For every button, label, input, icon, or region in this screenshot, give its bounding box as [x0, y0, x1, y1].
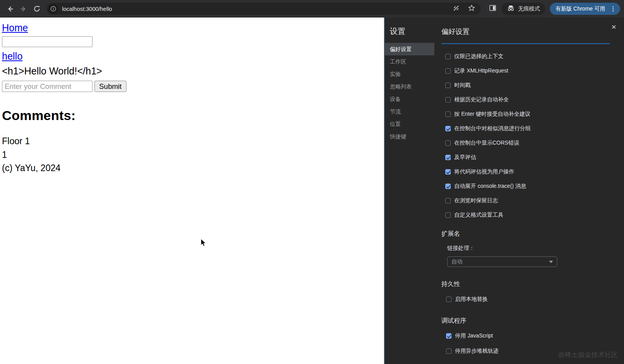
sidebar-item-preferences[interactable]: 偏好设置	[385, 43, 434, 55]
comment-line: (c) YaYu, 2024	[2, 161, 384, 175]
browser-toolbar: localhost:3000/hello 无痕模式 有新版 Chrome 可用 …	[0, 0, 624, 18]
incognito-badge: 无痕模式	[501, 3, 545, 15]
pref-row[interactable]: 仅限已选择的上下文	[445, 52, 610, 61]
pref-row[interactable]: 时间戳	[445, 81, 610, 90]
update-chip-label: 有新版 Chrome 可用	[555, 5, 605, 12]
checkbox[interactable]	[445, 111, 451, 117]
pref-row[interactable]: 在控制台中显示CORS错误	[445, 139, 610, 147]
sidebar-item-experiments[interactable]: 实验	[385, 68, 434, 80]
pref-row[interactable]: 停用 JavaScript	[446, 332, 610, 340]
back-icon[interactable]	[5, 4, 16, 14]
checkbox-label: 时间戳	[454, 82, 471, 89]
incognito-icon	[507, 5, 515, 13]
comment-line: Floor 1	[2, 134, 384, 148]
checkbox[interactable]	[445, 68, 451, 74]
checkbox-label: 在控制台中对相似消息进行分组	[454, 125, 531, 132]
pref-row[interactable]: 在浏览时保留日志	[445, 196, 610, 205]
settings-title: 设置	[385, 26, 434, 43]
raw-html-text: <h1>Hello World!</h1>	[2, 65, 384, 77]
checkbox-label: 停用 JavaScript	[455, 332, 493, 339]
side-panel-icon[interactable]	[489, 4, 497, 14]
checkbox[interactable]	[445, 155, 451, 160]
checkbox-label: 记录 XMLHttpRequest	[454, 67, 508, 74]
settings-sidebar: 设置 偏好设置 工作区 实验 忽略列表 设备 节流 位置 快捷键	[385, 18, 434, 364]
checkbox-label: 按 Enter 键时接受自动补全建议	[454, 111, 530, 118]
checkbox-label: 启用本地替换	[455, 296, 488, 303]
comments-heading: Comments:	[2, 108, 384, 123]
checkbox-label: 在浏览时保留日志	[454, 197, 498, 204]
pref-row[interactable]: 记录 XMLHttpRequest	[445, 67, 610, 75]
hello-link[interactable]: hello	[2, 51, 23, 62]
devtools-settings-panel: × 设置 偏好设置 工作区 实验 忽略列表 设备 节流 位置 快捷键 偏好设置 …	[384, 18, 624, 364]
forward-icon[interactable]	[18, 4, 29, 14]
site-info-icon[interactable]	[48, 4, 58, 14]
pref-row[interactable]: 根据历史记录自动补全	[445, 95, 610, 104]
checkbox-label: 根据历史记录自动补全	[454, 96, 509, 103]
checkbox[interactable]	[445, 83, 451, 88]
link-handling-value: 自动	[452, 258, 462, 265]
preferences-panel: 偏好设置 仅限已选择的上下文 记录 XMLHttpRequest 时间戳 根据历…	[434, 18, 624, 364]
sidebar-item-locations[interactable]: 位置	[385, 118, 434, 130]
checkbox[interactable]	[446, 297, 452, 302]
checkbox-label: 自动展开 console.trace() 消息	[454, 183, 526, 190]
sidebar-item-ignore-list[interactable]: 忽略列表	[385, 80, 434, 93]
top-text-input[interactable]	[2, 36, 92, 47]
pref-row[interactable]: 自动展开 console.trace() 消息	[445, 182, 610, 191]
checkbox-label: 自定义格式设置工具	[454, 212, 503, 219]
checkbox-label: 停用异步堆栈轨迹	[455, 348, 499, 355]
pref-row[interactable]: 在控制台中对相似消息进行分组	[445, 124, 610, 133]
pref-row[interactable]: 及早评估	[445, 153, 610, 162]
pref-row[interactable]: 按 Enter 键时接受自动补全建议	[445, 110, 610, 118]
checkbox[interactable]	[445, 140, 451, 146]
pref-row[interactable]: 启用本地替换	[446, 295, 610, 304]
section-extensions: 扩展名	[441, 230, 610, 238]
section-debugger: 调试程序	[441, 317, 610, 325]
scripts-blocked-icon[interactable]	[452, 4, 460, 14]
sidebar-item-devices[interactable]: 设备	[385, 93, 434, 105]
sidebar-item-shortcuts[interactable]: 快捷键	[385, 130, 434, 143]
checkbox[interactable]	[445, 198, 451, 203]
bookmark-star-icon[interactable]	[468, 4, 475, 13]
checkbox[interactable]	[446, 348, 452, 354]
preferences-checkbox-list: 仅限已选择的上下文 记录 XMLHttpRequest 时间戳 根据历史记录自动…	[441, 52, 610, 219]
checkbox[interactable]	[445, 212, 451, 218]
checkbox[interactable]	[445, 54, 451, 59]
chrome-update-chip[interactable]: 有新版 Chrome 可用 ⋮	[550, 3, 620, 15]
checkbox[interactable]	[445, 169, 451, 175]
pref-row[interactable]: 自定义格式设置工具	[445, 211, 610, 219]
comment-line: 1	[2, 148, 384, 162]
checkbox[interactable]	[445, 184, 451, 189]
web-page: Home hello <h1>Hello World!</h1> Submit …	[0, 18, 384, 364]
mouse-cursor	[201, 239, 207, 249]
link-handling-select[interactable]: 自动	[447, 256, 557, 267]
sidebar-item-throttling[interactable]: 节流	[385, 105, 434, 118]
preferences-title: 偏好设置	[441, 27, 610, 44]
section-persistence: 持久性	[441, 280, 610, 288]
checkbox[interactable]	[445, 97, 451, 102]
url-text: localhost:3000/hello	[62, 6, 452, 12]
checkbox[interactable]	[446, 333, 452, 339]
checkbox-label: 在控制台中显示CORS错误	[454, 140, 519, 147]
checkbox-label: 将代码评估视为用户操作	[454, 168, 514, 175]
chevron-down-icon	[549, 261, 553, 263]
checkbox-label: 仅限已选择的上下文	[454, 53, 503, 60]
reload-icon[interactable]	[31, 4, 42, 14]
submit-button[interactable]: Submit	[94, 81, 126, 92]
pref-row[interactable]: 将代码评估视为用户操作	[445, 168, 610, 176]
comment-input[interactable]	[2, 81, 92, 92]
sidebar-item-workspace[interactable]: 工作区	[385, 55, 434, 68]
browser-menu-icon[interactable]: ⋮	[610, 5, 616, 12]
checkbox-label: 及早评估	[454, 154, 476, 161]
address-bar[interactable]: localhost:3000/hello	[47, 3, 481, 15]
watermark-text: @稀土掘金技术社区	[558, 350, 618, 359]
link-handling-label: 链接处理：	[447, 245, 610, 252]
incognito-label: 无痕模式	[518, 5, 540, 12]
checkbox[interactable]	[445, 126, 451, 131]
home-link[interactable]: Home	[2, 22, 28, 34]
